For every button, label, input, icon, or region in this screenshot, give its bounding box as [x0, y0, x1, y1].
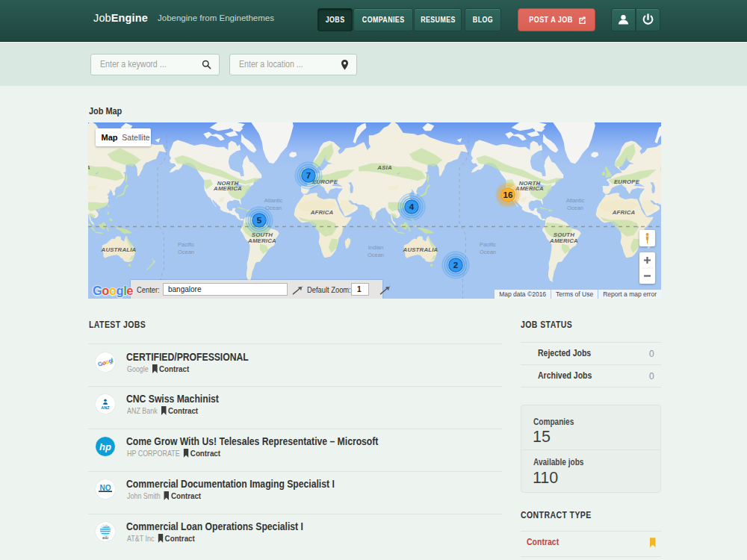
svg-text:5: 5	[257, 216, 262, 225]
svg-text:at&t: at&t	[102, 536, 109, 540]
svg-text:NO: NO	[100, 484, 111, 492]
svg-text:ANZ: ANZ	[101, 405, 110, 410]
svg-text:2: 2	[453, 261, 458, 270]
svg-text:4: 4	[409, 202, 415, 211]
svg-text:hp: hp	[99, 441, 111, 452]
svg-text:16: 16	[503, 190, 513, 199]
svg-text:7: 7	[306, 171, 311, 180]
